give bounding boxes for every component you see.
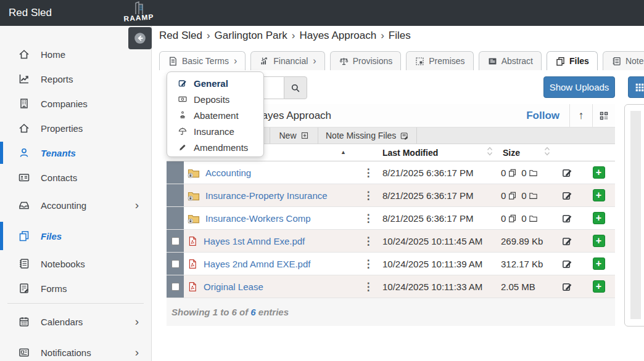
sidebar-item-accounting[interactable]: Accounting › (0, 190, 151, 221)
add-button[interactable]: + (593, 166, 605, 179)
add-button[interactable]: + (593, 212, 605, 224)
menu-item-general[interactable]: General (167, 75, 263, 91)
row-menu-button[interactable]: ⋮ (359, 253, 378, 275)
copy-pages-icon (555, 56, 566, 67)
breadcrumb-item[interactable]: Garlington Park (215, 30, 287, 41)
row-name-cell: Hayes 2nd Amnd EXE.pdf (184, 253, 359, 275)
row-select-cell[interactable] (167, 161, 184, 184)
follow-link[interactable]: Follow (526, 110, 559, 122)
folder-link[interactable]: Accounting (205, 168, 251, 178)
edit-button[interactable] (561, 190, 573, 201)
edit-button[interactable] (561, 258, 573, 270)
new-button[interactable]: New (270, 128, 318, 144)
menu-item-label: General (194, 78, 228, 89)
row-menu-button[interactable]: ⋮ (359, 184, 378, 206)
file-link[interactable]: Original Lease (204, 282, 263, 292)
notebook-icon (17, 257, 31, 270)
raamp-logo: RAAMP (116, 1, 162, 22)
row-menu-button[interactable]: ⋮ (359, 230, 378, 252)
breadcrumb-separator: › (381, 30, 384, 41)
folder-link[interactable]: Insurance-Property Insurance (205, 190, 328, 201)
id-card-icon (17, 171, 31, 184)
row-name-cell: Insurance-Property Insurance (184, 184, 359, 206)
sidebar-item-properties[interactable]: Properties (0, 116, 151, 140)
tab-financial[interactable]: Financial › (250, 51, 324, 70)
note-missing-files-button[interactable]: Note Missing Files (318, 128, 417, 144)
breadcrumb-item[interactable]: Red Sled (159, 30, 202, 41)
column-header-last-modified[interactable]: Last Modified (382, 148, 438, 158)
row-select-cell[interactable] (167, 184, 184, 206)
tab-premises[interactable]: Premises (406, 51, 473, 70)
edit-button[interactable] (561, 213, 573, 224)
grid-view-button[interactable] (628, 76, 644, 98)
row-checkbox[interactable] (171, 260, 180, 268)
sidebar-collapse-button[interactable] (128, 27, 152, 49)
search-button[interactable] (284, 76, 307, 99)
sidebar-item-calendars[interactable]: Calendars › (0, 306, 151, 337)
qr-code-button[interactable] (592, 104, 615, 128)
tray-icon (17, 198, 31, 212)
tab-provisions[interactable]: Provisions (330, 51, 402, 70)
row-size: 312.17 Kb (496, 253, 551, 275)
breadcrumb-separator: › (292, 30, 295, 41)
chevron-right-icon: › (135, 198, 139, 212)
upload-button[interactable]: ↑ (569, 104, 592, 128)
edit-button[interactable] (561, 281, 573, 293)
table-footer: Showing 1 to 6 of 6 entries (167, 298, 615, 326)
right-panel-scrollbar[interactable] (630, 111, 641, 319)
sidebar-item-contacts[interactable]: Contacts (0, 165, 151, 190)
row-menu-button[interactable]: ⋮ (359, 161, 378, 184)
row-select-cell (167, 253, 184, 275)
sidebar-item-notifications[interactable]: Notifications › (0, 337, 151, 361)
column-header-size[interactable]: Size (503, 148, 520, 158)
edit-button[interactable] (561, 167, 573, 179)
folder-link[interactable]: Insurance-Workers Comp (205, 213, 311, 224)
menu-item-deposits[interactable]: Deposits (167, 91, 263, 107)
add-button[interactable]: + (593, 189, 605, 201)
breadcrumb-item[interactable]: Hayes Approach (299, 30, 376, 41)
table-row: Insurance-Workers Comp ⋮ 8/21/2025 6:36:… (167, 207, 615, 230)
add-button[interactable]: + (593, 258, 605, 270)
show-uploads-button[interactable]: Show Uploads (543, 76, 615, 98)
breadcrumb-item[interactable]: Files (389, 30, 411, 41)
pencil-icon (177, 142, 188, 152)
row-checkbox[interactable] (171, 283, 180, 291)
sidebar: Home Reports Companies Properties Tenant… (0, 26, 152, 361)
sidebar-item-tenants[interactable]: Tenants (0, 140, 151, 165)
pdf-file-icon (188, 258, 198, 270)
tab-basic-terms[interactable]: Basic Terms › (159, 51, 246, 70)
sidebar-item-label: Accounting (41, 200, 86, 211)
tab-label: Abstract (502, 56, 533, 66)
sidebar-item-notebooks[interactable]: Notebooks (0, 251, 151, 276)
tab-abstract[interactable]: Abstract (479, 51, 542, 70)
row-menu-button[interactable]: ⋮ (359, 207, 378, 229)
tab-label: Notebooks (625, 56, 644, 66)
row-menu-button[interactable]: ⋮ (359, 275, 378, 298)
menu-item-insurance[interactable]: Insurance (167, 123, 263, 139)
copy-pages-icon (17, 229, 31, 243)
menu-item-amendments[interactable]: Amendments (167, 139, 263, 155)
edit-button[interactable] (561, 235, 573, 247)
row-checkbox[interactable] (171, 237, 180, 245)
sidebar-item-forms[interactable]: Forms (0, 276, 151, 301)
row-select-cell[interactable] (167, 207, 184, 229)
tab-notebooks[interactable]: Notebooks (603, 51, 644, 70)
menu-item-abatement[interactable]: Abatement (167, 107, 263, 123)
arrow-up-icon: ↑ (579, 109, 584, 122)
sort-toggle-icon[interactable] (544, 147, 550, 158)
file-link[interactable]: Hayes 2nd Amnd EXE.pdf (204, 259, 310, 269)
tab-label: Premises (429, 56, 464, 66)
sidebar-item-companies[interactable]: Companies (0, 91, 151, 116)
add-button[interactable]: + (593, 235, 605, 247)
tab-files[interactable]: Files (547, 51, 598, 70)
sort-toggle-icon[interactable] (487, 147, 493, 158)
sidebar-item-files[interactable]: Files (0, 221, 151, 251)
weight-icon (177, 110, 188, 120)
file-link[interactable]: Hayes 1st Amnd Exe.pdf (204, 236, 305, 246)
add-button[interactable]: + (593, 280, 605, 293)
sidebar-item-reports[interactable]: Reports (0, 67, 151, 91)
folder-outline-icon (529, 168, 538, 177)
sidebar-item-label: Forms (41, 283, 67, 294)
sort-ascending-icon[interactable]: ▲ (341, 149, 346, 155)
copy-pages-icon (508, 191, 517, 200)
